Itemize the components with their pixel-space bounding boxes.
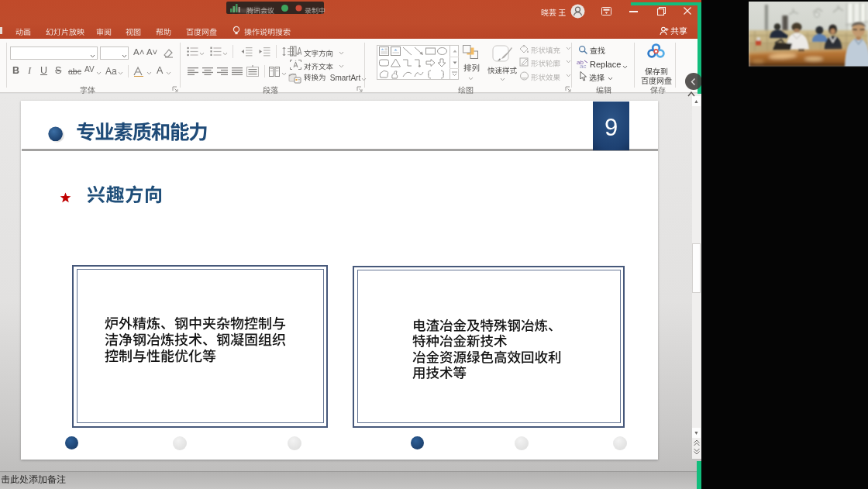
svg-text:ac: ac (580, 63, 586, 69)
